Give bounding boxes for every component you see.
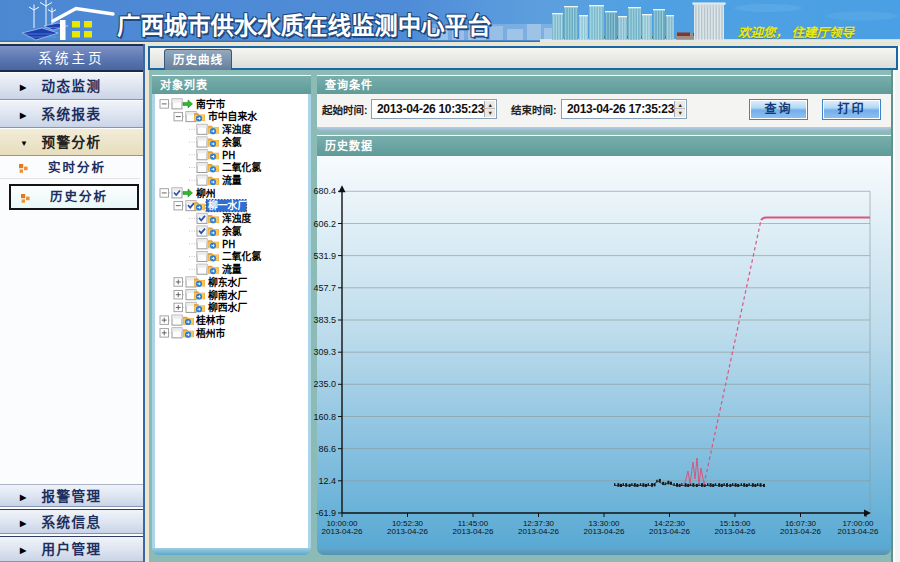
svg-text:606.2: 606.2 xyxy=(313,219,336,229)
svg-text:680.4: 680.4 xyxy=(313,186,336,196)
svg-text:2013-04-26: 2013-04-26 xyxy=(649,527,690,536)
svg-text:梧州市: 梧州市 xyxy=(196,325,226,339)
svg-text:-61.9: -61.9 xyxy=(315,508,336,518)
svg-text:309.3: 309.3 xyxy=(313,347,336,357)
svg-text:2013-04-26: 2013-04-26 xyxy=(584,527,625,536)
svg-text:531.9: 531.9 xyxy=(313,251,336,261)
svg-text:2013-04-26: 2013-04-26 xyxy=(453,527,494,536)
svg-text:流量: 流量 xyxy=(222,173,242,187)
svg-text:160.8: 160.8 xyxy=(313,412,336,422)
svg-text:2013-04-26: 2013-04-26 xyxy=(322,527,363,536)
svg-text:2013-04-26: 2013-04-26 xyxy=(387,527,428,536)
svg-text:2013-04-26: 2013-04-26 xyxy=(518,527,559,536)
svg-text:86.6: 86.6 xyxy=(318,444,336,454)
svg-text:2013-04-26: 2013-04-26 xyxy=(715,527,756,536)
svg-text:383.5: 383.5 xyxy=(313,315,336,325)
svg-text:457.7: 457.7 xyxy=(313,283,336,293)
svg-text:2013-04-26: 2013-04-26 xyxy=(780,527,821,536)
svg-text:12.4: 12.4 xyxy=(318,476,336,486)
svg-text:2013-04-26: 2013-04-26 xyxy=(838,527,879,536)
svg-text:235.0: 235.0 xyxy=(313,379,336,389)
